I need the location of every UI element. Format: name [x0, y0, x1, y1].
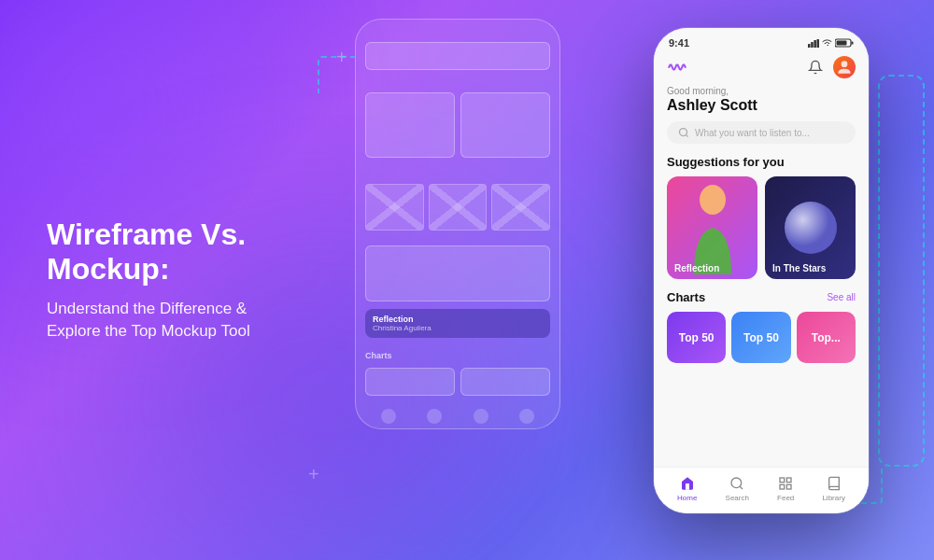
- bell-svg: [808, 60, 823, 75]
- nav-home-label: Home: [677, 494, 697, 502]
- svg-rect-3: [817, 39, 820, 48]
- svg-rect-6: [837, 41, 847, 46]
- svg-point-8: [680, 129, 687, 136]
- wf-nav-dot-3: [474, 409, 488, 424]
- feed-svg: [778, 476, 793, 491]
- phone-status-bar: 9:41: [654, 28, 869, 52]
- charts-see-all[interactable]: See all: [827, 292, 856, 302]
- svg-point-11: [731, 478, 742, 488]
- sphere-svg: [778, 195, 843, 260]
- status-icons: [808, 38, 854, 48]
- library-svg: [827, 476, 842, 491]
- bell-icon[interactable]: [805, 57, 826, 77]
- wf-small-1: [365, 184, 424, 231]
- search-nav-svg: [729, 476, 744, 491]
- wf-song-artist: Christina Aguilera: [373, 324, 543, 332]
- nav-library[interactable]: Library: [822, 475, 844, 502]
- home-svg: [680, 476, 695, 491]
- wf-nav-dot-1: [381, 409, 396, 424]
- search-bar[interactable]: What you want to listen to...: [667, 121, 856, 144]
- phone-bottom-nav: Home Search: [654, 467, 869, 513]
- battery-icon: [835, 38, 854, 48]
- wifi-icon: [822, 39, 832, 47]
- search-placeholder: What you want to listen to...: [695, 128, 810, 138]
- wf-song-card: Reflection Christina Aguilera: [365, 309, 550, 338]
- charts-title: Charts: [667, 290, 705, 304]
- wf-img-box-2: [460, 92, 550, 158]
- nav-home[interactable]: Home: [677, 475, 697, 502]
- status-time: 9:41: [669, 37, 689, 49]
- main-title: Wireframe Vs. Mockup:: [47, 217, 318, 287]
- search-nav-icon: [729, 475, 745, 492]
- signal-icon: [808, 39, 819, 48]
- logo-wave-icon: [667, 61, 687, 74]
- svg-rect-14: [786, 484, 791, 489]
- wireframe-phone: Reflection Christina Aguilera Charts: [355, 19, 560, 429]
- mockup-phone: 9:41: [654, 28, 869, 513]
- wf-chart-box-1: [365, 368, 455, 396]
- wf-small-3: [491, 184, 550, 231]
- wf-small-boxes: [365, 184, 550, 231]
- suggestion-card-reflection[interactable]: Reflection: [667, 176, 757, 279]
- svg-rect-0: [808, 44, 811, 48]
- nav-library-label: Library: [822, 494, 844, 502]
- suggestions-title: Suggestions for you: [667, 155, 785, 169]
- phone-header: [654, 52, 869, 86]
- svg-rect-5: [852, 42, 854, 45]
- svg-point-10: [785, 202, 837, 254]
- phones-section: Reflection Christina Aguilera Charts: [318, 0, 934, 560]
- svg-rect-13: [786, 478, 791, 483]
- charts-row: Top 50 Top 50 Top...: [667, 312, 856, 363]
- suggestion-card-stars[interactable]: In The Stars: [765, 176, 856, 279]
- text-section: Wireframe Vs. Mockup: Understand the Dif…: [0, 217, 318, 342]
- wf-header-row: [365, 42, 550, 70]
- chart-label-3: Top...: [812, 331, 841, 344]
- suggestions-header: Suggestions for you: [667, 155, 856, 169]
- card-reflection-label: Reflection: [674, 263, 719, 273]
- wf-charts-label: Charts: [365, 351, 550, 360]
- wf-nav-dot-4: [519, 409, 534, 424]
- card-stars-label: In The Stars: [772, 263, 826, 273]
- header-logo: [667, 61, 687, 74]
- page-content: Wireframe Vs. Mockup: Understand the Dif…: [0, 0, 934, 560]
- wf-nav: [365, 403, 550, 424]
- suggestions-row: Reflection: [667, 176, 856, 279]
- chart-card-2[interactable]: Top 50: [731, 312, 790, 363]
- wf-row-2: [365, 245, 550, 301]
- svg-point-7: [842, 61, 848, 67]
- search-icon: [678, 127, 689, 138]
- dashed-accent: [878, 75, 925, 467]
- home-icon: [679, 475, 696, 492]
- wf-charts-row: [365, 368, 550, 396]
- nav-search-label: Search: [726, 494, 749, 502]
- wf-img-row: [365, 92, 550, 158]
- user-name: Ashley Scott: [667, 97, 856, 114]
- wf-chart-box-2: [460, 368, 550, 396]
- svg-rect-12: [780, 478, 785, 483]
- chart-card-3[interactable]: Top...: [797, 312, 856, 363]
- wf-img-box-1: [365, 92, 455, 158]
- greeting-text: Good morning,: [667, 86, 856, 96]
- wf-bottom-box: [365, 245, 550, 301]
- wf-header-box: [365, 42, 550, 70]
- charts-header: Charts See all: [667, 290, 856, 304]
- chart-label-1: Top 50: [679, 331, 715, 344]
- nav-feed-label: Feed: [777, 494, 794, 502]
- user-avatar[interactable]: [833, 56, 856, 78]
- wf-small-2: [429, 184, 488, 231]
- nav-search[interactable]: Search: [726, 475, 749, 502]
- sub-title: Understand the Difference & Explore the …: [47, 298, 318, 343]
- header-icons: [805, 56, 856, 78]
- chart-label-2: Top 50: [743, 331, 779, 344]
- library-icon: [826, 475, 842, 492]
- svg-point-9: [700, 185, 726, 215]
- phone-body: Good morning, Ashley Scott What you want…: [654, 86, 869, 467]
- wf-nav-dot-2: [427, 409, 442, 424]
- wf-song-title: Reflection: [373, 315, 543, 324]
- nav-feed[interactable]: Feed: [777, 475, 794, 502]
- svg-rect-1: [811, 42, 814, 48]
- svg-rect-15: [780, 484, 785, 489]
- chart-card-1[interactable]: Top 50: [667, 312, 726, 363]
- svg-rect-2: [814, 40, 816, 48]
- feed-icon: [777, 475, 794, 492]
